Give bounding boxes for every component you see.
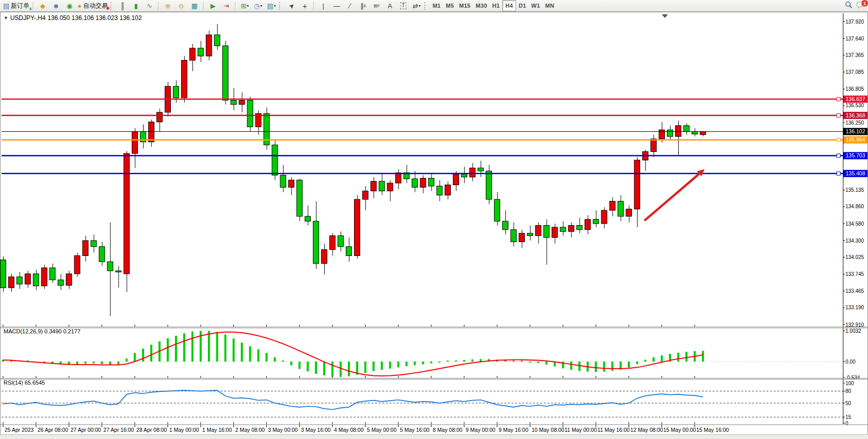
indicators-icon: ⊞ — [241, 2, 246, 10]
toolbar-grip — [424, 2, 428, 10]
price-axis-label: 134.580 — [845, 221, 864, 227]
macd-axis-label: 1.0032 — [845, 328, 861, 334]
candle — [428, 178, 434, 186]
channel-button[interactable]: ∥E — [357, 1, 370, 11]
zoom-in-button[interactable]: ⊕ — [161, 1, 174, 11]
candle — [58, 280, 64, 286]
time-label: 3 May 00:00 — [268, 427, 298, 433]
line-anchor-marker[interactable] — [837, 172, 840, 175]
tile-windows-button[interactable]: ▦ — [188, 1, 201, 11]
text-tool-icon: A — [388, 2, 392, 10]
chart-title: ▼ USDJPY-,H4 136.050 136.106 136.023 136… — [4, 14, 142, 22]
line-anchor-marker[interactable] — [837, 138, 840, 142]
timeframe-button-m30[interactable]: M30 — [473, 1, 489, 11]
trend-arrow-annotation[interactable] — [644, 169, 704, 221]
time-label: 26 Apr 08:00 — [37, 427, 68, 433]
timeframe-button-h4[interactable]: H4 — [502, 0, 516, 11]
bar-chart-button[interactable]: ║ — [116, 1, 129, 11]
zoom-out-button[interactable]: ⊖ — [174, 1, 188, 11]
crosshair-button[interactable]: + — [298, 1, 311, 11]
main-price-panel — [1, 14, 843, 316]
time-label: 1 May 16:00 — [202, 427, 232, 433]
horizontal-line-button[interactable]: — — [330, 1, 343, 11]
chart-canvas[interactable]: 136.637136.368136.102135.964135.703135.4… — [0, 0, 868, 439]
trendline-button[interactable]: ∕ — [343, 1, 357, 11]
candle — [519, 233, 525, 242]
indicators-button[interactable]: ⊞▾ — [238, 1, 251, 11]
time-label: 2 May 08:00 — [235, 427, 265, 433]
chart-shift-marker[interactable] — [662, 14, 668, 18]
price-badge-value: 136.368 — [846, 112, 865, 118]
timeframe-button-h1[interactable]: H1 — [490, 1, 503, 11]
fibonacci-button[interactable]: ≡F — [370, 1, 383, 11]
timeframe-button-m15[interactable]: M15 — [457, 1, 473, 11]
candle — [486, 171, 491, 199]
notification-count-badge: 1 — [861, 0, 868, 7]
market-button[interactable]: ◆ — [36, 1, 49, 11]
candle — [536, 226, 541, 236]
candle — [552, 227, 558, 237]
rsi-panel — [2, 390, 843, 417]
text-tool-button[interactable]: A — [383, 1, 397, 11]
label-tool-button[interactable]: T — [397, 1, 410, 11]
periods-button[interactable]: ◷▾ — [251, 1, 265, 11]
candle — [568, 226, 574, 232]
line-anchor-marker[interactable] — [837, 97, 840, 101]
cursor-icon: ➤ — [287, 1, 296, 10]
vertical-line-button[interactable]: | — [317, 1, 330, 11]
templates-button[interactable]: ▤▾ — [265, 1, 278, 11]
time-label: 5 May 16:00 — [400, 427, 429, 433]
price-badge-value: 135.964 — [846, 136, 865, 143]
auto-scroll-button[interactable]: ▶ — [206, 1, 220, 11]
rsi-axis-label: 15 — [845, 414, 852, 420]
candle — [371, 181, 377, 191]
price-axis[interactable]: 136.637136.368136.102135.964135.703135.4… — [843, 13, 867, 426]
time-axis[interactable]: 25 Apr 202326 Apr 08:0027 Apr 00:0027 Ap… — [0, 325, 868, 433]
timeframe-button-w1[interactable]: W1 — [529, 1, 543, 11]
horizontal-scrollbar[interactable] — [0, 434, 868, 439]
clock-icon: ◷ — [254, 2, 260, 10]
line-anchor-marker[interactable] — [837, 154, 840, 157]
autotrading-button[interactable]: ● 自动交易 — [76, 1, 109, 11]
community-button[interactable]: ☻ — [49, 1, 63, 11]
macd-panel — [2, 331, 843, 377]
time-label: 27 Apr 16:00 — [104, 427, 134, 433]
time-label: 11 May 00:00 — [564, 427, 597, 433]
candle — [288, 180, 294, 187]
zoom-out-icon: ⊖ — [179, 2, 184, 10]
timeframe-button-m5[interactable]: M5 — [443, 1, 457, 11]
rsi-line — [3, 390, 703, 409]
bar-chart-icon: ║ — [121, 2, 125, 10]
candle — [272, 145, 278, 175]
timeframe-button-mn[interactable]: MN — [543, 1, 557, 11]
candle — [107, 262, 113, 271]
candle — [313, 221, 319, 264]
time-label: 12 May 08:00 — [630, 427, 663, 433]
candle — [609, 201, 615, 210]
new-order-button[interactable]: ▤ + 新订单 — [2, 1, 31, 11]
line-anchor-marker[interactable] — [837, 114, 840, 117]
candle — [280, 175, 286, 188]
timeframe-button-d1[interactable]: D1 — [516, 1, 529, 11]
notifications-button[interactable]: 1 — [857, 1, 865, 11]
line-chart-button[interactable]: ∿ — [143, 1, 156, 11]
candle — [321, 250, 327, 264]
separator — [313, 2, 314, 10]
candle — [700, 131, 706, 134]
candlestick-icon: ▮ — [134, 2, 138, 10]
time-label: 9 May 00:00 — [466, 427, 496, 433]
candle — [354, 199, 360, 256]
cursor-button[interactable]: ➤ — [285, 1, 298, 11]
candlestick-button[interactable]: ▮ — [129, 1, 143, 11]
candle — [223, 46, 228, 100]
arrows-tool-button[interactable]: ⇄▾ — [410, 1, 423, 11]
one-click-trading-caret-icon[interactable]: ▼ — [4, 15, 8, 21]
candle — [247, 100, 253, 127]
candle — [626, 209, 632, 216]
candle — [99, 247, 105, 262]
timeframe-button-m1[interactable]: M1 — [430, 1, 443, 11]
search-icon[interactable] — [845, 1, 853, 11]
signals-button[interactable]: ◉ — [63, 1, 76, 11]
chart-shift-button[interactable]: ⇥ — [220, 1, 233, 11]
macd-indicator-label: MACD(12,26,9) 0.3490 0.2177 — [4, 328, 81, 334]
